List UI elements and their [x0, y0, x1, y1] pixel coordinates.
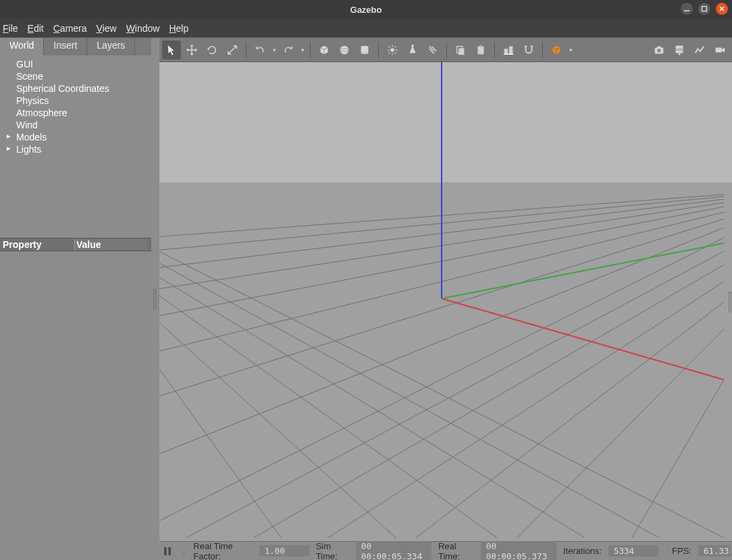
svg-line-15 — [395, 52, 396, 53]
rtf-value: 1.00 — [259, 545, 309, 557]
paste-button[interactable] — [471, 41, 490, 59]
fps-label: FPS: — [672, 546, 691, 556]
tree-item-physics[interactable]: Physics — [0, 95, 151, 107]
svg-line-56 — [159, 292, 396, 538]
tab-insert[interactable]: Insert — [44, 38, 87, 55]
minimize-button[interactable] — [681, 3, 693, 15]
svg-rect-59 — [164, 547, 167, 555]
svg-line-40 — [328, 282, 724, 538]
tab-layers[interactable]: Layers — [87, 38, 135, 55]
real-time-value: 00 00:00:05.373 — [481, 540, 556, 561]
svg-line-38 — [186, 251, 724, 538]
property-table-header: Property Value — [0, 238, 151, 251]
translate-tool[interactable] — [182, 41, 201, 59]
view-angle-dropdown[interactable] — [567, 47, 574, 53]
plot-icon — [694, 44, 706, 56]
svg-point-32 — [657, 49, 660, 52]
tab-world[interactable]: World — [0, 38, 44, 55]
svg-line-19 — [429, 46, 434, 51]
tree-item-scene[interactable]: Scene — [0, 70, 151, 82]
pause-icon — [163, 546, 172, 556]
svg-line-57 — [159, 322, 281, 538]
cylinder-icon — [359, 44, 371, 56]
select-tool[interactable] — [162, 41, 181, 59]
undo-dropdown[interactable] — [271, 47, 278, 53]
undo-icon — [254, 44, 266, 56]
box-icon — [318, 44, 330, 56]
svg-line-55 — [159, 272, 497, 538]
copy-icon — [454, 44, 467, 56]
axis-x — [442, 299, 724, 380]
maximize-button[interactable] — [698, 3, 710, 15]
svg-rect-26 — [504, 49, 508, 54]
scale-icon — [226, 44, 238, 56]
status-bar: . Real Time Factor: 1.00 Sim Time: 00 00… — [159, 541, 732, 560]
col-value: Value — [74, 239, 147, 250]
iterations-value: 5334 — [608, 545, 658, 557]
svg-line-43 — [632, 380, 724, 538]
snap-button[interactable] — [519, 41, 538, 59]
svg-point-8 — [361, 51, 369, 54]
menu-help[interactable]: Help — [169, 23, 188, 34]
snap-icon — [523, 44, 535, 56]
copy-button[interactable] — [451, 41, 470, 59]
tree-item-gui[interactable]: GUI — [0, 58, 151, 70]
spot-light-button[interactable] — [403, 41, 422, 59]
menu-view[interactable]: View — [97, 23, 117, 34]
tree-item-atmosphere[interactable]: Atmosphere — [0, 107, 151, 119]
main-area: World Insert Layers GUI Scene Spherical … — [0, 38, 732, 560]
screenshot-icon — [653, 44, 665, 56]
tree-item-spherical[interactable]: Spherical Coordinates — [0, 82, 151, 95]
menu-edit[interactable]: Edit — [28, 23, 44, 34]
property-table-body — [0, 251, 151, 560]
step-button[interactable]: . — [181, 546, 186, 557]
svg-rect-1 — [702, 7, 707, 11]
insert-sphere-button[interactable] — [335, 41, 354, 59]
col-property: Property — [0, 239, 74, 250]
menu-window[interactable]: Window — [126, 23, 160, 34]
close-button[interactable] — [716, 3, 728, 15]
sphere-icon — [338, 44, 350, 56]
record-button[interactable] — [710, 41, 729, 59]
svg-line-17 — [389, 52, 390, 53]
left-panel: World Insert Layers GUI Scene Spherical … — [0, 38, 151, 560]
tree-item-wind[interactable]: Wind — [0, 119, 151, 131]
point-light-button[interactable] — [383, 41, 402, 59]
menu-camera[interactable]: Camera — [53, 23, 87, 34]
menu-file[interactable]: File — [3, 23, 18, 34]
svg-line-41 — [416, 302, 724, 538]
iterations-label: Iterations: — [563, 546, 602, 556]
insert-box-button[interactable] — [315, 41, 334, 59]
plot-button[interactable] — [690, 41, 709, 59]
world-tree[interactable]: GUI Scene Spherical Coordinates Physics … — [0, 55, 151, 211]
svg-rect-33 — [657, 46, 660, 48]
redo-button[interactable] — [279, 41, 298, 59]
rotate-tool[interactable] — [203, 41, 221, 59]
sim-time-label: Sim Time: — [316, 541, 349, 561]
right-dock-handle[interactable] — [728, 292, 732, 312]
scale-tool[interactable] — [223, 41, 242, 59]
select-arrow-icon — [165, 44, 178, 56]
tree-item-lights[interactable]: Lights — [0, 143, 151, 155]
view-angle-button[interactable] — [547, 41, 566, 59]
spot-light-icon — [407, 44, 419, 56]
pause-button[interactable] — [161, 544, 174, 559]
align-button[interactable] — [499, 41, 518, 59]
real-time-label: Real Time: — [438, 541, 474, 561]
tree-item-models[interactable]: Models — [0, 131, 151, 143]
log-button[interactable]: LOG — [670, 41, 689, 59]
window-title: Gazebo — [0, 5, 732, 15]
viewport-canvas — [159, 62, 724, 538]
directional-light-button[interactable] — [423, 41, 442, 59]
insert-cylinder-button[interactable] — [355, 41, 374, 59]
svg-line-16 — [395, 46, 396, 47]
svg-point-9 — [390, 48, 394, 51]
undo-button[interactable] — [251, 41, 269, 59]
screenshot-button[interactable] — [650, 41, 669, 59]
3d-viewport[interactable] — [159, 62, 732, 541]
redo-dropdown[interactable] — [299, 47, 306, 53]
svg-rect-25 — [479, 45, 482, 47]
svg-rect-27 — [509, 46, 513, 54]
log-icon: LOG — [673, 44, 685, 56]
panel-splitter[interactable] — [151, 38, 159, 560]
